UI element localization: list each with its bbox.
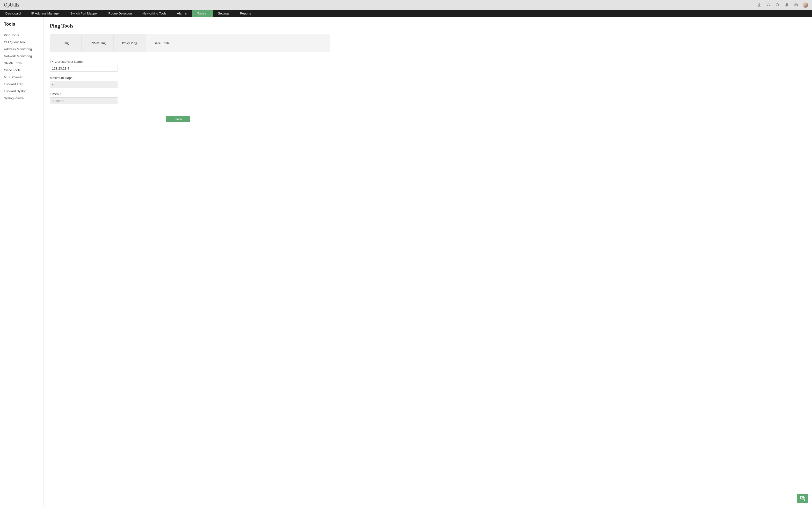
- timeout-input[interactable]: [50, 97, 117, 104]
- sidebar-item-snmp-tools[interactable]: SNMP Tools: [4, 60, 43, 67]
- max-hops-input[interactable]: [50, 81, 117, 88]
- rocket-icon[interactable]: [757, 3, 762, 7]
- sidebar-item-mib-browser[interactable]: MIB Browser: [4, 74, 43, 80]
- brand: OpUtils: [4, 2, 19, 8]
- sidebar-item-ping-tools[interactable]: Ping Tools: [4, 32, 43, 39]
- main-content: Ping Tools Ping SNMP Ping Proxy Ping Tra…: [44, 17, 812, 507]
- nav-reports[interactable]: Reports: [235, 10, 256, 17]
- tab-ping[interactable]: Ping: [50, 34, 82, 52]
- bell-icon[interactable]: [784, 3, 789, 7]
- max-hops-label: Maximum Hops: [50, 76, 190, 80]
- headset-icon[interactable]: [766, 3, 771, 7]
- topbar: OpUtils: [0, 0, 812, 10]
- sidebar-item-address-monitoring[interactable]: Address Monitoring: [4, 46, 43, 53]
- chat-fab[interactable]: [797, 494, 808, 503]
- trace-button[interactable]: Trace: [166, 116, 190, 122]
- nav-toolset[interactable]: Toolset: [192, 10, 213, 17]
- topbar-icons: [757, 2, 808, 8]
- gear-icon[interactable]: [794, 3, 799, 7]
- trace-route-form: IP Address/Host Name Maximum Hops Timeou…: [50, 60, 190, 122]
- sidebar-item-network-monitoring[interactable]: Network Monitoring: [4, 53, 43, 60]
- avatar[interactable]: [803, 2, 808, 8]
- nav-settings[interactable]: Settings: [213, 10, 235, 17]
- nav-switch-port-mapper[interactable]: Switch Port Mapper: [65, 10, 103, 17]
- timeout-label: Timeout: [50, 92, 190, 96]
- main-nav: Dashboard IP Address Manager Switch Port…: [0, 10, 812, 17]
- tabs-filler: [177, 34, 330, 52]
- nav-alarms[interactable]: Alarms: [171, 10, 192, 17]
- nav-dashboard[interactable]: Dashboard: [0, 10, 26, 17]
- tabs: Ping SNMP Ping Proxy Ping Trace Route: [50, 34, 330, 52]
- nav-ip-address-manager[interactable]: IP Address Manager: [26, 10, 65, 17]
- tab-proxy-ping[interactable]: Proxy Ping: [114, 34, 146, 52]
- sidebar: Tools Ping Tools CLI Query Tool Address …: [0, 17, 44, 507]
- tab-snmp-ping[interactable]: SNMP Ping: [82, 34, 114, 52]
- ip-address-input[interactable]: [50, 65, 117, 72]
- sidebar-title: Tools: [4, 22, 43, 27]
- page-title: Ping Tools: [50, 23, 806, 29]
- ip-address-label: IP Address/Host Name: [50, 60, 190, 63]
- search-icon[interactable]: [775, 3, 780, 7]
- tab-trace-route[interactable]: Trace Route: [146, 34, 177, 52]
- sidebar-item-forward-syslog[interactable]: Forward Syslog: [4, 88, 43, 95]
- nav-networking-tools[interactable]: Networking Tools: [137, 10, 171, 17]
- sidebar-item-cisco-tools[interactable]: Cisco Tools: [4, 67, 43, 74]
- chat-icon: [800, 495, 806, 502]
- nav-rogue-detection[interactable]: Rogue Detection: [103, 10, 137, 17]
- sidebar-item-cli-query-tool[interactable]: CLI Query Tool: [4, 39, 43, 46]
- sidebar-item-forward-trap[interactable]: Forward Trap: [4, 80, 43, 88]
- sidebar-item-syslog-viewer[interactable]: Syslog Viewer: [4, 95, 43, 102]
